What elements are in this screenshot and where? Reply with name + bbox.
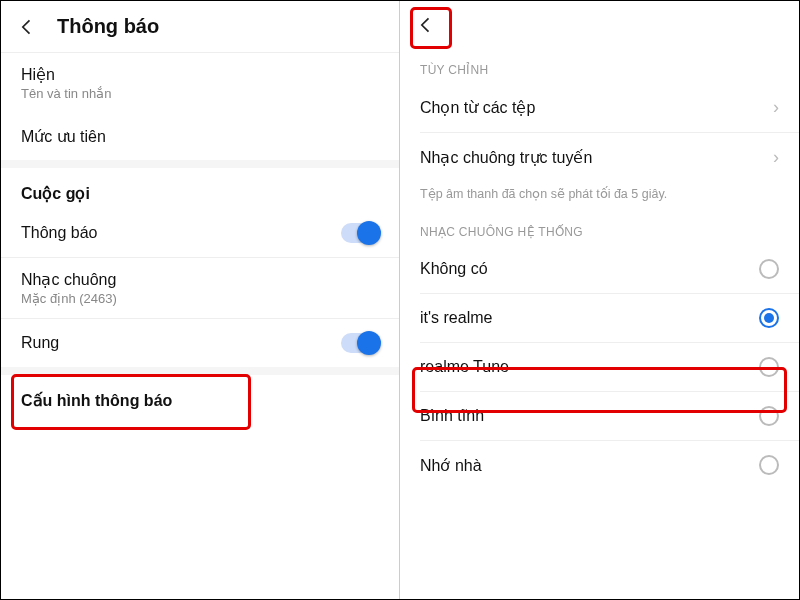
display-label: Hiện (21, 65, 55, 84)
ringtone-list: Không cóit's realmerealme TuneBình tĩnhN… (400, 245, 799, 489)
chevron-right-icon: › (773, 97, 779, 118)
back-icon[interactable] (17, 17, 37, 37)
ringtone-option[interactable]: Bình tĩnh (400, 392, 799, 440)
back-icon[interactable] (416, 15, 436, 35)
ringtone-label: Nhạc chuông (21, 270, 116, 289)
ringtone-option-label: Không có (420, 260, 488, 278)
ringtone-option[interactable]: it's realme (400, 294, 799, 342)
notification-toggle-row: Thông báo (1, 209, 399, 257)
online-ringtones[interactable]: Nhạc chuông trực tuyến › (400, 133, 799, 182)
vibrate-toggle[interactable] (341, 333, 379, 353)
radio-icon[interactable] (759, 406, 779, 426)
radio-icon[interactable] (759, 259, 779, 279)
chevron-right-icon: › (773, 147, 779, 168)
page-title: Thông báo (57, 15, 159, 38)
config-section-header: Cấu hình thông báo (1, 375, 399, 416)
ringtone-option[interactable]: Không có (400, 245, 799, 293)
ringtone-sub: Mặc định (2463) (21, 291, 117, 306)
radio-icon[interactable] (759, 455, 779, 475)
ringtone-setting[interactable]: Nhạc chuông Mặc định (2463) (1, 258, 399, 318)
choose-from-files[interactable]: Chọn từ các tệp › (400, 83, 799, 132)
priority-setting[interactable]: Mức ưu tiên (1, 113, 399, 160)
display-setting[interactable]: Hiện Tên và tin nhắn (1, 53, 399, 113)
ringtone-option-label: it's realme (420, 309, 492, 327)
priority-label: Mức ưu tiên (21, 127, 106, 146)
display-sub: Tên và tin nhắn (21, 86, 111, 101)
header (400, 1, 799, 49)
customize-header: TÙY CHỈNH (400, 49, 799, 83)
radio-icon[interactable] (759, 357, 779, 377)
notification-toggle[interactable] (341, 223, 379, 243)
ringtone-option[interactable]: Nhớ nhà (400, 441, 799, 489)
from-files-label: Chọn từ các tệp (420, 98, 535, 117)
ringtone-picker-screen: TÙY CHỈNH Chọn từ các tệp › Nhạc chuông … (400, 1, 799, 599)
ringtone-option-label: Nhớ nhà (420, 456, 482, 475)
system-ringtones-header: NHẠC CHUÔNG HỆ THỐNG (400, 211, 799, 245)
audio-hint: Tệp âm thanh đã chọn sẽ phát tối đa 5 gi… (400, 182, 799, 211)
radio-icon[interactable] (759, 308, 779, 328)
vibrate-label: Rung (21, 334, 59, 352)
ringtone-option-label: realme Tune (420, 358, 509, 376)
online-label: Nhạc chuông trực tuyến (420, 148, 592, 167)
calls-section-header: Cuộc gọi (1, 168, 399, 209)
header: Thông báo (1, 1, 399, 52)
notifications-screen: Thông báo Hiện Tên và tin nhắn Mức ưu ti… (1, 1, 400, 599)
ringtone-option[interactable]: realme Tune (400, 343, 799, 391)
ringtone-option-label: Bình tĩnh (420, 407, 484, 425)
notification-label: Thông báo (21, 224, 98, 242)
vibrate-toggle-row: Rung (1, 319, 399, 367)
